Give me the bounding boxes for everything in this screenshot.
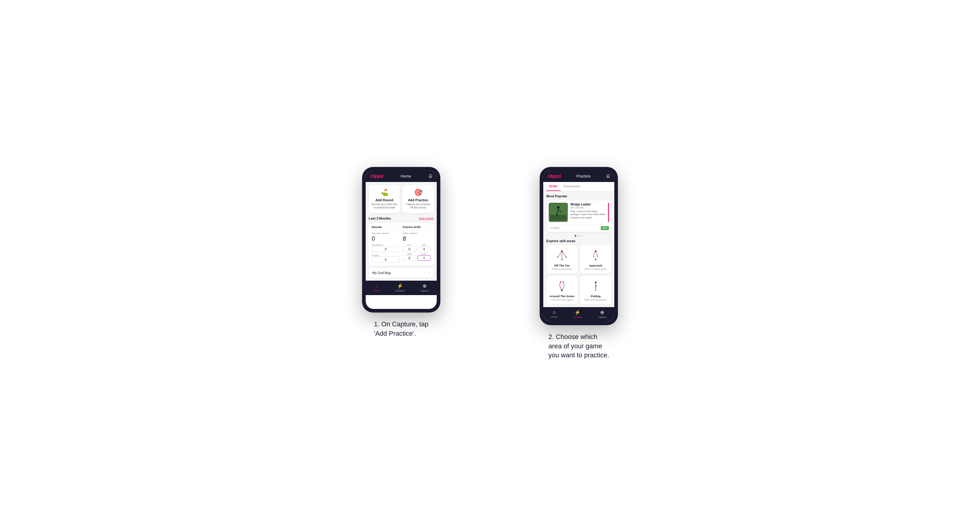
svg-point-16 [595,259,597,260]
stats-row: Rounds Rounds Capture 0 Tournament 0 [372,225,431,263]
app-badge: APP [601,226,609,230]
phone2-frame: clippd Practice ☰ Drills Favourites Most… [540,167,618,325]
tournament-label: Tournament [372,244,400,246]
ott-desc: Power and accuracy [549,268,575,270]
drills-sub-grid: OTT 0 APP 4 ARG 0 [403,244,431,261]
arg-label: ARG [403,253,416,255]
phone2-header: clippd Practice ☰ [543,171,614,182]
nav-home[interactable]: ⌂ Home [374,283,380,292]
arg-item: ARG 0 [403,253,416,261]
svg-point-14 [562,259,563,260]
pink-stripe [608,203,609,222]
tournament-value: 0 [372,246,400,252]
phone2-capture-label: Capture [598,316,606,319]
tab-drills[interactable]: Drills [546,182,561,191]
add-practice-card[interactable]: 🎯 Add Practice Capture your practice off… [402,185,434,213]
drills-capture-label: Drills Capture [403,232,431,235]
skill-grid: Off The Tee Power and accuracy [546,245,611,304]
phone2-nav-capture[interactable]: ⊕ Capture [598,310,606,319]
practice-tabs: Drills Favourites [543,182,614,191]
carousel-dots [546,235,611,237]
phone1-header: clippd Home ☰ [366,171,437,182]
star-icon[interactable]: ☆ [603,203,606,206]
skill-card-putting[interactable]: Putting Make and lag practice [580,276,611,304]
nav-activities[interactable]: ⚡ Activities [396,283,405,292]
ott-item: OTT 0 [403,244,416,252]
featured-card-inner: Wedge Ladder 50–100 yds ☆ Play 1 shot at… [546,200,611,224]
ott-label: OTT [403,244,416,246]
svg-rect-1 [550,215,567,221]
svg-point-19 [563,281,564,283]
approach-name: Approach [582,264,609,267]
view-activity-link[interactable]: View Activity [418,217,434,220]
svg-point-18 [560,281,562,283]
stats-container: Rounds Rounds Capture 0 Tournament 0 [369,222,434,266]
golf-bag-row[interactable]: My Golf Bag › [369,268,434,278]
svg-line-10 [562,251,566,257]
tournament-group: Tournament 0 [372,244,400,252]
phone1-screen: clippd Home ☰ ⛳ Add Round Record your sh… [366,171,437,309]
arg-value: 0 [403,256,416,261]
phone2-capture-icon: ⊕ [600,310,604,315]
clock-icon: ○ [549,227,550,230]
caption1: 1. On Capture, tap'Add Practice'. [374,320,429,338]
explore-title: Explore skill areas [546,239,611,243]
featured-card[interactable]: Wedge Ladder 50–100 yds ☆ Play 1 shot at… [546,200,611,232]
practice-value: 0 [372,257,400,263]
svg-point-12 [557,257,558,258]
shots-count-text: 9 shots [551,227,559,230]
atg-desc: Hone your short game [549,298,575,301]
ott-value: 0 [403,246,416,252]
dot-3 [581,235,583,237]
phone2-home-icon: ⌂ [553,310,556,315]
drills-title: Practice Drills [403,225,431,230]
phone2-hamburger-icon[interactable]: ☰ [606,174,610,179]
app-value: 4 [417,246,431,252]
approach-desc: Dial-in to hit the green [582,268,609,270]
add-round-icon: ⛳ [371,189,398,197]
add-round-title: Add Round [371,198,398,202]
atg-icon-area [549,279,575,293]
add-round-card[interactable]: ⛳ Add Round Record your shots fast or en… [369,185,400,213]
rounds-capture-value: 0 [372,235,400,242]
hamburger-icon[interactable]: ☰ [429,174,433,179]
page-container: clippd Home ☰ ⛳ Add Round Record your sh… [325,167,655,360]
putt-value: 4 [417,256,431,261]
phone1-bottom-nav: ⌂ Home ⚡ Activities ⊕ Capture [366,281,437,295]
phone2-nav-activities[interactable]: ⚡ Activities [573,310,583,319]
last3months-title: Last 3 Months [369,217,391,220]
ott-icon-area [549,248,575,263]
tab-favourites[interactable]: Favourites [561,182,584,191]
capture-label: Capture [420,289,429,292]
phone2-logo: clippd [547,173,561,179]
shots-count: ○ 9 shots [549,227,560,230]
capture-icon: ⊕ [423,283,426,289]
putt-item: PUTT 4 [417,253,431,261]
atg-name: Around The Green [549,294,575,298]
ott-icon-svg [555,249,568,262]
most-popular-title: Most Popular [546,194,611,198]
phone1-logo: clippd [370,173,383,179]
featured-info: Wedge Ladder 50–100 yds ☆ Play 1 shot at… [570,203,606,222]
practice-content: Most Popular [543,191,614,307]
skill-card-atg[interactable]: Around The Green Hone your short game [546,276,578,304]
featured-name: Wedge Ladder [570,203,591,206]
home-icon: ⌂ [375,283,378,289]
phone2-nav-home[interactable]: ⌂ Home [551,310,557,319]
svg-point-2 [557,206,560,209]
drills-col: Practice Drills Drills Capture 8 OTT 0 [403,225,431,263]
skill-card-approach[interactable]: Approach Dial-in to hit the green [580,245,611,273]
rounds-col: Rounds Rounds Capture 0 Tournament 0 [372,225,400,263]
phone2-screen: clippd Practice ☰ Drills Favourites Most… [543,171,614,322]
phone1-section: clippd Home ☰ ⛳ Add Round Record your sh… [325,167,478,338]
practice-label: Practice [372,254,400,257]
approach-icon-area [582,248,609,263]
rounds-sub-grid: Tournament 0 Practice 0 [372,244,400,263]
svg-point-13 [566,257,567,258]
atg-icon-svg [555,279,568,293]
skill-card-ott[interactable]: Off The Tee Power and accuracy [546,245,578,273]
nav-capture[interactable]: ⊕ Capture [420,283,429,292]
svg-line-9 [558,251,562,257]
ott-name: Off The Tee [549,264,575,267]
putt-label: PUTT [417,253,431,255]
